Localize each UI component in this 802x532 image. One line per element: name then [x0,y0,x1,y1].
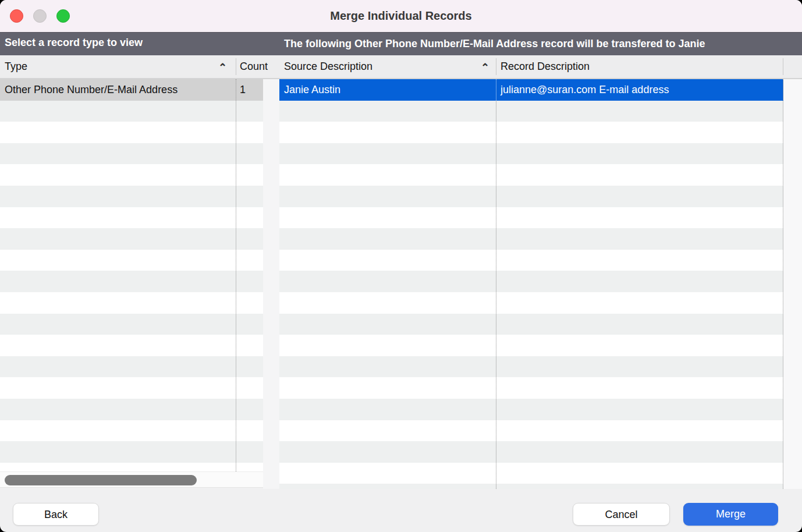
pane-divider [263,79,279,489]
transfer-message-line1: The following Other Phone Number/E-Mail … [284,36,802,52]
column-divider [236,58,236,75]
record-type-table: Other Phone Number/E-Mail Address 1 [0,79,263,471]
titlebar: Merge Individual Records [0,0,802,32]
merge-individual-records-dialog: Merge Individual Records Select a record… [0,0,802,532]
message-bar: Select a record type to view The followi… [0,32,802,55]
column-separator-dotted [496,101,496,489]
count-column-header[interactable]: Count [240,55,268,78]
horizontal-scrollbar[interactable] [0,471,263,488]
cancel-button[interactable]: Cancel [573,503,670,526]
type-cell: Other Phone Number/E-Mail Address [5,79,178,101]
window-title: Merge Individual Records [0,0,802,32]
table-header-strip: Type ⌃ Count Source Description ⌃ Record… [0,55,802,79]
column-separator-dotted [236,79,236,471]
type-column-header[interactable]: Type [5,55,27,78]
record-description-column-header[interactable]: Record Description [501,55,590,78]
count-cell: 1 [240,79,246,101]
scrollbar-thumb[interactable] [5,475,197,485]
record-type-prompt: Select a record type to view [5,37,143,49]
record-type-row[interactable]: Other Phone Number/E-Mail Address 1 [0,79,263,101]
records-table: Janie Austin julianne@suran.com E-mail a… [279,79,783,489]
record-description-cell: julianne@suran.com E-mail address [501,79,669,101]
column-separator-dotted [496,79,496,101]
source-description-column-header[interactable]: Source Description [284,55,372,78]
table-right-margin [783,79,802,489]
column-divider [783,58,783,75]
sort-ascending-icon: ⌃ [481,55,489,78]
transfer-message: The following Other Phone Number/E-Mail … [284,36,802,55]
source-description-cell: Janie Austin [284,79,340,101]
record-row[interactable]: Janie Austin julianne@suran.com E-mail a… [279,79,783,101]
back-button[interactable]: Back [13,503,99,526]
column-divider [496,58,496,75]
merge-button[interactable]: Merge [683,503,778,526]
sort-ascending-icon: ⌃ [218,55,227,78]
